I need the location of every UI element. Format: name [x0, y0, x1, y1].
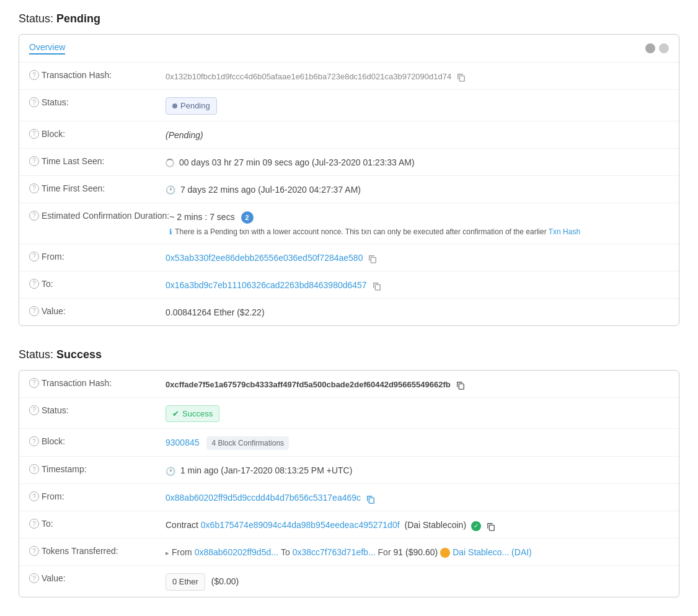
success-to-contract-address[interactable]: 0x6b175474e89094c44da98b954eedeac495271d… — [201, 520, 400, 530]
success-tx-hash-value: 0xcffade7f5e1a67579cb4333aff497fd5a500cb… — [166, 377, 669, 391]
pending-card: Overview ? Transaction Hash: 0x132b10fbc… — [19, 34, 679, 326]
pending-section: Status: Pending Overview ? Transaction H… — [19, 12, 679, 326]
success-timestamp-row: ? Timestamp: 🕐 1 min ago (Jan-17-2020 08… — [19, 457, 679, 484]
block-confirmations-badge: 4 Block Confirmations — [206, 436, 289, 450]
pending-block-value: (Pending) — [166, 128, 669, 142]
pending-block-row: ? Block: (Pending) — [19, 121, 679, 149]
help-icon[interactable]: ? — [29, 279, 39, 289]
pending-time-last-seen-row: ? Time Last Seen: 00 days 03 hr 27 min 0… — [19, 149, 679, 176]
success-card: ? Transaction Hash: 0xcffade7f5e1a67579c… — [19, 370, 679, 597]
pending-tx-hash-value: 0x132b10fbcb1d9fccc4d6b05afaae1e61b6ba72… — [166, 69, 669, 83]
success-status-value: ✔ Success — [166, 404, 669, 423]
copy-icon[interactable] — [366, 495, 375, 503]
pending-value-value: 0.00841264 Ether ($2.22) — [166, 305, 669, 319]
pending-time-last-value: 00 days 03 hr 27 min 09 secs ago (Jul-23… — [166, 155, 669, 169]
success-tx-hash-row: ? Transaction Hash: 0xcffade7f5e1a67579c… — [19, 371, 679, 398]
svg-rect-0 — [459, 76, 464, 82]
token-transfer-detail: ▸ From 0x88ab60202ff9d5d... To 0x38cc7f7… — [166, 546, 669, 559]
pending-value-row: ? Value: 0.00841264 Ether ($2.22) — [19, 299, 679, 325]
pending-status-value: Pending — [166, 96, 669, 115]
success-value-value: 0 Ether ($0.00) — [166, 572, 669, 591]
help-icon[interactable]: ? — [29, 378, 39, 388]
clock-icon: 🕐 — [166, 185, 175, 195]
dai-token-link[interactable]: Dai Stableco... (DAI) — [453, 546, 532, 559]
success-to-label: ? To: — [29, 517, 166, 529]
pending-from-value: 0x53ab330f2ee86debb26556e036ed50f7284ae5… — [166, 250, 669, 265]
help-icon[interactable]: ? — [29, 546, 39, 556]
success-tokens-label: ? Tokens Transferred: — [29, 545, 166, 556]
success-value-row: ? Value: 0 Ether ($0.00) — [19, 566, 679, 597]
pending-from-address[interactable]: 0x53ab330f2ee86debb26556e036ed50f7284ae5… — [166, 253, 363, 263]
pending-section-title: Status: Pending — [19, 12, 679, 25]
copy-icon[interactable] — [457, 73, 466, 81]
help-icon[interactable]: ? — [29, 573, 39, 583]
token-to-address[interactable]: 0x38cc7f763d71efb... — [293, 546, 376, 559]
success-from-label: ? From: — [29, 490, 166, 501]
help-icon[interactable]: ? — [29, 156, 39, 166]
circle-icon-1 — [645, 43, 655, 53]
help-icon[interactable]: ? — [29, 97, 39, 107]
pending-tx-hash-label: ? Transaction Hash: — [29, 69, 166, 80]
help-icon[interactable]: ? — [29, 252, 39, 262]
card-header: Overview — [19, 35, 679, 63]
success-timestamp-label: ? Timestamp: — [29, 463, 166, 474]
arrow-icon: ▸ — [166, 548, 169, 558]
pending-to-value: 0x16a3bd9c7eb11106326cad2263bd8463980d64… — [166, 278, 669, 292]
success-from-row: ? From: 0x88ab60202ff9d5d9ccdd4b4d7b656c… — [19, 484, 679, 511]
pending-est-confirmation-value: ~ 2 mins : 7 secs 2 ℹ There is a Pending… — [169, 209, 669, 237]
success-tokens-transferred-row: ? Tokens Transferred: ▸ From 0x88ab60202… — [19, 539, 679, 566]
overview-tab[interactable]: Overview — [29, 42, 65, 55]
help-icon[interactable]: ? — [29, 70, 39, 80]
help-icon[interactable]: ? — [29, 436, 39, 446]
pending-time-first-seen-row: ? Time First Seen: 🕐 7 days 22 mins ago … — [19, 176, 679, 203]
help-icon[interactable]: ? — [29, 405, 39, 415]
pending-est-confirmation-label: ? Estimated Confirmation Duration: — [29, 209, 169, 221]
copy-icon[interactable] — [373, 281, 381, 290]
help-icon[interactable]: ? — [29, 464, 39, 474]
success-tx-hash-label: ? Transaction Hash: — [29, 377, 166, 388]
verified-icon: ✓ — [471, 521, 481, 531]
success-section: Status: Success ? Transaction Hash: 0xcf… — [19, 348, 679, 597]
block-number-link[interactable]: 9300845 — [166, 438, 200, 447]
svg-rect-2 — [375, 285, 380, 291]
pending-to-row: ? To: 0x16a3bd9c7eb11106326cad2263bd8463… — [19, 271, 679, 299]
pending-block-label: ? Block: — [29, 128, 166, 139]
token-from-address[interactable]: 0x88ab60202ff9d5d... — [195, 546, 278, 559]
help-icon[interactable]: ? — [29, 306, 39, 316]
help-icon[interactable]: ? — [29, 129, 39, 139]
svg-rect-4 — [369, 498, 374, 503]
success-status-row: ? Status: ✔ Success — [19, 398, 679, 429]
copy-icon[interactable] — [368, 254, 377, 263]
spinner-icon — [166, 159, 174, 167]
pending-badge: Pending — [166, 97, 217, 115]
info-badge: 2 — [241, 211, 254, 224]
copy-icon[interactable] — [487, 522, 495, 530]
success-badge: ✔ Success — [166, 405, 219, 423]
copy-icon[interactable] — [456, 381, 465, 389]
success-to-row: ? To: Contract 0x6b175474e89094c44da98b9… — [19, 511, 679, 539]
txn-hash-link[interactable]: Txn Hash — [549, 227, 580, 236]
pending-time-first-value: 🕐 7 days 22 mins ago (Jul-16-2020 04:27:… — [166, 182, 669, 196]
success-to-value: Contract 0x6b175474e89094c44da98b954eede… — [166, 517, 669, 532]
success-value-label: ? Value: — [29, 572, 166, 583]
pending-tx-hash-row: ? Transaction Hash: 0x132b10fbcb1d9fccc4… — [19, 63, 679, 90]
help-icon[interactable]: ? — [29, 183, 39, 193]
pending-status-label: ? Status: — [29, 96, 166, 107]
pending-time-first-label: ? Time First Seen: — [29, 182, 166, 193]
ether-value-box: 0 Ether — [166, 573, 205, 591]
pending-to-address[interactable]: 0x16a3bd9c7eb11106326cad2263bd8463980d64… — [166, 280, 367, 290]
success-from-address[interactable]: 0x88ab60202ff9d5d9ccdd4b4d7b656c5317ea46… — [166, 493, 361, 503]
pending-from-label: ? From: — [29, 250, 166, 262]
success-section-title: Status: Success — [19, 348, 679, 361]
circle-icon-2 — [659, 43, 669, 53]
help-icon[interactable]: ? — [29, 519, 39, 529]
help-icon[interactable]: ? — [29, 491, 39, 501]
pending-from-row: ? From: 0x53ab330f2ee86debb26556e036ed50… — [19, 244, 679, 271]
pending-status-row: ? Status: Pending — [19, 90, 679, 121]
header-icons — [645, 43, 669, 53]
pending-to-label: ? To: — [29, 278, 166, 289]
success-block-label: ? Block: — [29, 435, 166, 446]
pending-value-label: ? Value: — [29, 305, 166, 316]
svg-rect-1 — [371, 258, 376, 263]
help-icon[interactable]: ? — [29, 211, 39, 221]
